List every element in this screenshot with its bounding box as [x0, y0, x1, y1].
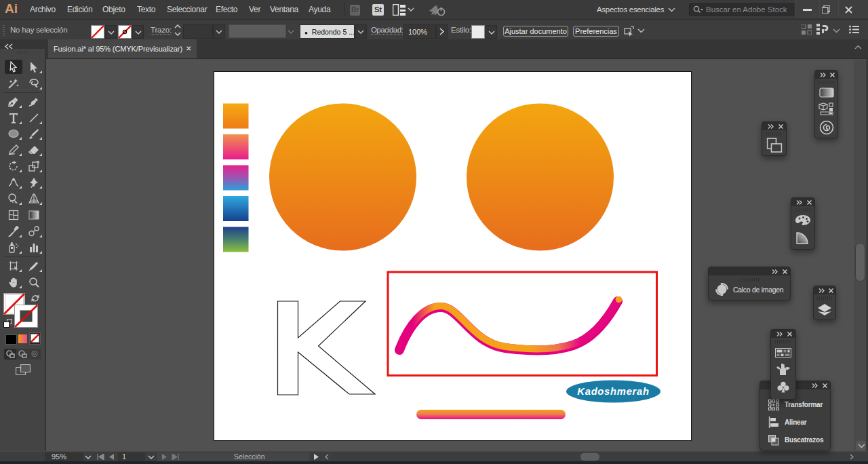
svg-text:Kadoshmerah: Kadoshmerah: [577, 386, 649, 397]
